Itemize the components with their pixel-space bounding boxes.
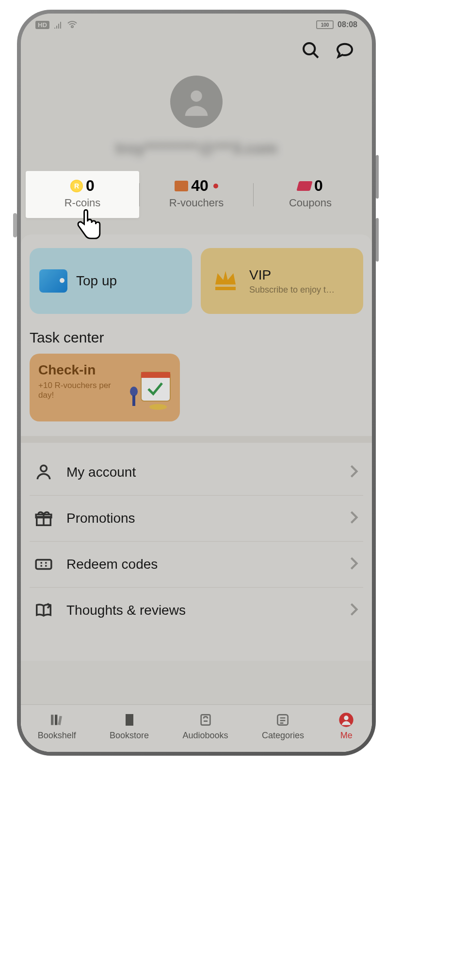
menu-label: Redeem codes xyxy=(66,557,336,572)
chevron-right-icon xyxy=(350,465,358,480)
svg-point-7 xyxy=(41,466,47,472)
nav-bookshelf[interactable]: Bookshelf xyxy=(38,711,76,741)
wifi-icon xyxy=(67,21,78,29)
coupons-label: Coupons xyxy=(254,197,367,209)
chevron-right-icon xyxy=(350,603,358,618)
nav-label: Bookstore xyxy=(110,731,149,741)
section-spacer xyxy=(21,436,372,443)
signal-icon xyxy=(53,21,63,29)
checkin-title: Check-in xyxy=(38,362,116,378)
nav-me[interactable]: Me xyxy=(337,711,355,741)
nav-categories[interactable]: Categories xyxy=(262,711,304,741)
svg-point-1 xyxy=(191,91,202,102)
menu-my-account[interactable]: My account xyxy=(30,450,363,496)
menu-promotions[interactable]: Promotions xyxy=(30,496,363,542)
nav-label: Categories xyxy=(262,731,304,741)
nav-label: Me xyxy=(340,731,353,741)
avatar[interactable] xyxy=(170,76,223,128)
bottom-nav: Bookshelf Bookstore Audiobooks Categorie… xyxy=(21,704,372,752)
search-icon[interactable] xyxy=(301,41,321,62)
svg-rect-13 xyxy=(58,716,62,725)
menu-thoughts-reviews[interactable]: Thoughts & reviews xyxy=(30,588,363,633)
vip-card[interactable]: VIP Subscribe to enjoy th... xyxy=(201,248,363,314)
audiobooks-icon xyxy=(197,711,214,729)
nav-label: Audiobooks xyxy=(182,731,228,741)
coupons-card[interactable]: 0 Coupons xyxy=(254,171,367,218)
svg-rect-11 xyxy=(51,715,53,725)
status-bar: HD 100 08:08 xyxy=(21,14,372,32)
phone-side-button-left xyxy=(13,213,17,237)
person-icon xyxy=(34,463,53,482)
topup-label: Top up xyxy=(76,273,117,289)
nav-audiobooks[interactable]: Audiobooks xyxy=(182,711,228,741)
svg-point-4 xyxy=(130,387,138,396)
rcoins-label: R-coins xyxy=(26,197,139,209)
svg-rect-5 xyxy=(132,395,135,406)
book-edit-icon xyxy=(34,601,53,620)
nav-label: Bookshelf xyxy=(38,731,76,741)
svg-point-17 xyxy=(344,716,349,720)
hd-badge: HD xyxy=(35,21,49,29)
svg-point-6 xyxy=(149,404,167,410)
svg-rect-10 xyxy=(36,560,51,569)
chevron-right-icon xyxy=(350,511,358,526)
menu-label: Thoughts & reviews xyxy=(66,603,336,618)
chat-icon[interactable] xyxy=(335,41,354,62)
coupons-value: 0 xyxy=(314,177,323,195)
rvouchers-label: R-vouchers xyxy=(140,197,253,209)
ticket-icon xyxy=(34,555,53,574)
menu-label: Promotions xyxy=(66,511,336,526)
checkin-card[interactable]: Check-in +10 R-vouchers per day! xyxy=(30,354,180,421)
rcoins-card[interactable]: R 0 R-coins xyxy=(26,171,139,218)
clock-time: 08:08 xyxy=(337,20,357,29)
categories-icon xyxy=(274,711,291,729)
menu-redeem-codes[interactable]: Redeem codes xyxy=(30,542,363,588)
username-blurred: troy*********@***3.com xyxy=(21,136,372,171)
wallet-icon xyxy=(39,269,67,293)
bookstore-icon xyxy=(121,711,138,729)
svg-point-0 xyxy=(304,43,315,54)
checkin-subtitle: +10 R-vouchers per day! xyxy=(38,381,116,400)
rcoins-value: 0 xyxy=(86,177,95,195)
task-center-heading: Task center xyxy=(30,329,363,346)
svg-rect-12 xyxy=(55,715,57,725)
coupon-icon xyxy=(296,181,312,191)
gift-icon xyxy=(34,509,53,528)
voucher-icon xyxy=(175,181,188,191)
bookshelf-icon xyxy=(48,711,65,729)
chevron-right-icon xyxy=(350,557,358,572)
calendar-illustration xyxy=(122,362,175,413)
crown-icon xyxy=(210,266,241,296)
nav-bookstore[interactable]: Bookstore xyxy=(110,711,149,741)
rvouchers-card[interactable]: 40 R-vouchers xyxy=(140,171,253,218)
topup-card[interactable]: Top up xyxy=(30,248,192,314)
menu-label: My account xyxy=(66,465,336,480)
vip-subtitle: Subscribe to enjoy th... xyxy=(249,285,337,295)
me-icon xyxy=(337,711,355,729)
battery-icon: 100 xyxy=(316,20,334,29)
cursor-hand-icon xyxy=(74,209,103,245)
phone-frame: HD 100 08:08 troy*********@***3.com xyxy=(17,10,376,756)
balance-row: R 0 R-coins 40 R-vouchers xyxy=(21,171,372,218)
rvouchers-value: 40 xyxy=(191,177,209,195)
rcoin-icon: R xyxy=(70,180,83,192)
svg-rect-3 xyxy=(141,372,170,378)
vip-title: VIP xyxy=(249,267,337,283)
notification-dot xyxy=(213,184,218,188)
phone-side-buttons-right xyxy=(376,155,379,262)
